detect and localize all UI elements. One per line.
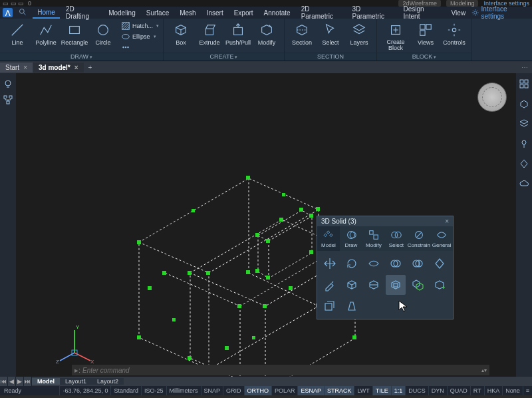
status-toggle-snap[interactable]: SNAP [201, 386, 223, 395]
status-toggle-esnap[interactable]: ESNAP [297, 386, 324, 395]
status-toggle-polar[interactable]: POLAR [271, 386, 298, 395]
status-toggle-tile[interactable]: TILE [372, 386, 391, 395]
ctx-tool-face[interactable] [364, 254, 384, 274]
svg-rect-73 [325, 303, 332, 310]
status-toggle-strack[interactable]: STRACK [324, 386, 354, 395]
tool-box[interactable]: Box [168, 21, 194, 47]
close-icon[interactable]: × [74, 64, 78, 71]
menu-modeling[interactable]: Modeling [104, 8, 140, 18]
ctx-tool-add-solid[interactable] [430, 275, 450, 295]
tool-views[interactable]: Views [412, 21, 439, 47]
tool-misc[interactable] [121, 43, 159, 52]
ctx-tool-edit[interactable] [320, 275, 340, 295]
ctx-tool-move[interactable] [320, 254, 340, 274]
status-menu-icon[interactable]: ≡ [523, 386, 532, 395]
status-toggle-quad[interactable]: QUAD [447, 386, 470, 395]
menu-mesh[interactable]: Mesh [175, 8, 200, 18]
tab-new[interactable]: + [84, 64, 96, 71]
tool-rectangle[interactable]: Rectangle [61, 21, 88, 47]
status-toggle-grid[interactable]: GRID [223, 386, 244, 395]
structure-icon[interactable] [3, 95, 13, 105]
ctx-tool-taper[interactable] [342, 296, 362, 316]
tool-polyline[interactable]: Polyline [33, 21, 59, 47]
ctx-tool-shell[interactable] [386, 275, 406, 295]
close-icon[interactable]: × [445, 218, 449, 225]
status-toggle-ducs[interactable]: DUCS [405, 386, 428, 395]
diamond-icon[interactable] [519, 158, 529, 169]
command-input[interactable] [80, 367, 481, 374]
context-panel-header[interactable]: 3D Solid (3) × [317, 216, 453, 226]
tab-start[interactable]: Start× [0, 63, 33, 73]
tool-select[interactable]: Select [317, 21, 344, 47]
status-toggle-1:1[interactable]: 1:1 [391, 386, 406, 395]
tool-section[interactable]: Section [289, 21, 315, 47]
tab-model[interactable]: 3d model*× [33, 63, 84, 73]
ctx-tab-model[interactable]: Model [317, 226, 340, 251]
nav-prev[interactable]: ◀ [8, 377, 16, 386]
tool-extrude[interactable]: Extrude [196, 21, 223, 47]
cube-icon[interactable] [519, 99, 529, 109]
ctx-tab-general[interactable]: General [430, 226, 453, 251]
group-create-label[interactable]: CREATE [209, 53, 239, 61]
menu-surface[interactable]: Surface [142, 8, 174, 18]
context-panel[interactable]: 3D Solid (3) × Model Draw Modify Select … [317, 216, 454, 319]
layout-tab-1[interactable]: Layout1 [60, 378, 92, 385]
group-draw-label[interactable]: DRAW [69, 53, 94, 61]
nav-first[interactable]: ⏮ [0, 377, 8, 386]
menu-home[interactable]: Home [33, 7, 60, 19]
ctx-tab-draw[interactable]: Draw [340, 226, 362, 251]
ctx-tool-rotate[interactable] [342, 254, 362, 274]
layers-icon[interactable] [519, 118, 529, 129]
tool-line[interactable]: Line [4, 21, 31, 47]
status-toggle-lwt[interactable]: LWT [354, 386, 372, 395]
status-toggle-none[interactable]: None [502, 386, 523, 395]
menu-export[interactable]: Export [229, 8, 258, 18]
cloud-icon[interactable] [519, 178, 529, 189]
status-iso[interactable]: ISO-25 [141, 386, 166, 395]
menu-insert[interactable]: Insert [202, 8, 228, 18]
layout-tab-2[interactable]: Layout2 [92, 378, 124, 385]
ctx-tool-copy-solid[interactable] [408, 275, 428, 295]
layout-tab-model[interactable]: Model [32, 378, 60, 385]
status-toggle-hka[interactable]: HKA [484, 386, 503, 395]
nav-next[interactable]: ▶ [16, 377, 24, 386]
tool-controls[interactable]: Controls [441, 21, 467, 47]
tool-ellipse[interactable]: Ellipse [121, 32, 159, 41]
status-units[interactable]: Millimeters [166, 386, 201, 395]
tool-modify[interactable]: Modify [253, 21, 280, 47]
status-toggle-ortho[interactable]: ORTHO [244, 386, 271, 395]
tool-create-block[interactable]: Create Block [381, 21, 410, 53]
status-toggle-rt[interactable]: RT [470, 386, 484, 395]
ctx-tab-modify[interactable]: Modify [362, 226, 385, 251]
tool-circle[interactable]: Circle [90, 21, 116, 47]
ctx-tool-boolean-intersect[interactable] [430, 254, 450, 274]
ctx-tool-box-edit[interactable] [342, 275, 362, 295]
bulb-icon[interactable] [3, 79, 13, 89]
nav-last[interactable]: ⏭ [24, 377, 32, 386]
ctx-tab-select[interactable]: Select [385, 226, 408, 251]
tool-layers[interactable]: Layers [346, 21, 372, 47]
app-icon[interactable]: ⋀ [3, 8, 13, 17]
view-compass[interactable] [477, 83, 507, 112]
tool-pushpull[interactable]: Push/Pull [225, 21, 251, 47]
pin-icon[interactable] [519, 138, 529, 149]
tool-hatch[interactable]: Hatch... [121, 21, 159, 31]
tabs-overflow-icon[interactable]: ⋯ [517, 64, 532, 71]
ctx-tab-constrain[interactable]: Constrain [408, 226, 430, 251]
grid-icon[interactable] [519, 79, 529, 89]
menu-view[interactable]: View [447, 8, 471, 18]
status-toggle-dyn[interactable]: DYN [428, 386, 447, 395]
iface-settings-link[interactable]: Interface settings [471, 5, 529, 20]
close-icon[interactable]: × [23, 64, 27, 71]
ctx-tool-slice[interactable] [364, 275, 384, 295]
menu-annotate[interactable]: Annotate [259, 8, 295, 18]
ctx-tool-boolean-union[interactable] [386, 254, 406, 274]
status-standard[interactable]: Standard [110, 386, 141, 395]
ctx-tool-boolean-subtract[interactable] [408, 254, 428, 274]
cmd-history-icon[interactable]: ▴▾ [481, 367, 487, 373]
viewport[interactable]: Y X Z 3D Solid (3) × Model Draw Modify S… [16, 73, 516, 377]
command-bar[interactable]: ▸: ▴▾ [72, 365, 489, 375]
ctx-tool-offset-face[interactable] [320, 296, 340, 316]
group-block-label[interactable]: BLOCK [411, 53, 438, 61]
search-icon[interactable] [14, 7, 31, 19]
